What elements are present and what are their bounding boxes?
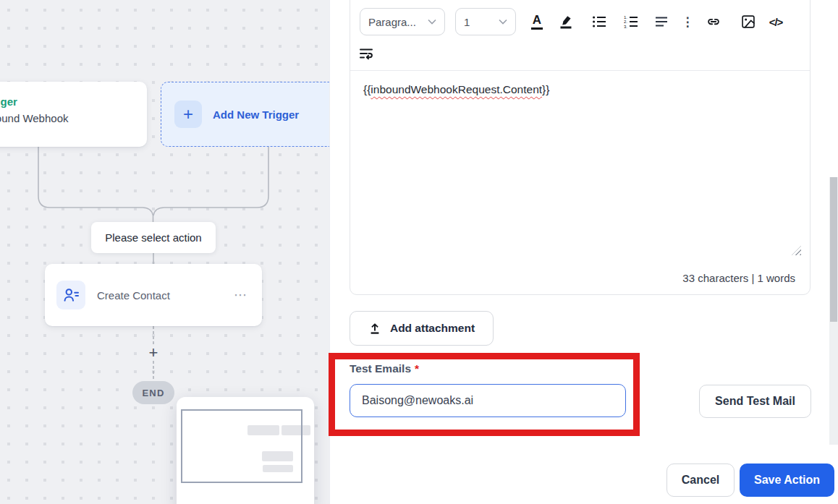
node-more-options-icon[interactable]: ⋯ [231,286,250,304]
text-color-button[interactable]: A [528,11,546,33]
send-test-mail-label: Send Test Mail [715,395,795,408]
paragraph-format-value: Paragra... [368,16,416,28]
text-align-button[interactable] [652,11,671,33]
plus-icon: + [174,101,202,128]
bullet-list-icon [592,14,606,29]
preview-frame [181,409,302,483]
save-action-button[interactable]: Save Action [740,464,834,497]
align-icon [655,15,668,28]
image-icon [741,14,756,29]
paragraph-format-dropdown[interactable]: Paragra... [360,8,445,35]
required-asterisk: * [415,362,419,375]
add-new-trigger-label: Add New Trigger [213,108,299,121]
more-options-icon: ⋮ [682,14,694,30]
link-icon [706,14,721,30]
cancel-label: Cancel [682,474,719,487]
wrap-text-icon [359,46,373,61]
add-attachment-label: Add attachment [390,322,475,335]
svg-text:1.: 1. [624,15,627,20]
body-merge-token: inboundWebhookRequest.Content [371,83,542,95]
test-emails-label: Test Emails* [350,362,419,375]
cancel-button[interactable]: Cancel [666,464,735,497]
font-size-dropdown[interactable]: 1 [455,8,516,35]
svg-text:3.: 3. [624,25,627,29]
create-contact-label: Create Contact [97,289,231,302]
code-icon: </> [769,16,783,28]
highlight-button[interactable] [556,11,575,33]
test-emails-label-text: Test Emails [350,362,411,375]
resize-handle[interactable] [792,246,801,255]
create-contact-node[interactable]: Create Contact ⋯ [45,264,262,326]
toolbar-row-2 [360,43,801,64]
chevron-down-icon [499,19,507,25]
end-node-badge: END [132,381,174,404]
scrollbar-thumb[interactable] [830,177,837,322]
wrap-text-button[interactable] [357,43,376,64]
email-body-editor[interactable]: {{inboundWebhookRequest.Content}} [350,71,810,261]
body-text-prefix: {{ [363,83,371,95]
insert-link-button[interactable] [704,11,723,33]
highlighter-icon [559,14,573,29]
end-badge-label: END [142,388,164,398]
add-action-plus-button[interactable]: + [145,345,161,361]
trigger-node-title: Trigger [0,95,147,108]
trigger-node-inbound-webhook[interactable]: Trigger Inbound Webhook [0,82,147,147]
insert-image-button[interactable] [739,11,758,33]
select-action-text: Please select action [105,231,201,244]
numbered-list-button[interactable]: 1. 2. 3. [622,11,640,33]
email-action-panel: Paragra... 1 A [329,0,838,504]
contact-person-icon [62,286,80,304]
body-text-suffix: }} [542,83,549,95]
font-size-value: 1 [464,16,470,28]
editor-toolbar: Paragra... 1 A [350,0,810,71]
character-word-counter: 33 characters | 1 words [682,272,795,284]
rich-text-editor: Paragra... 1 A [350,0,811,295]
floating-preview-card [177,397,314,504]
more-toolbar-options-button[interactable]: ⋮ [682,11,693,33]
upload-icon [368,322,381,335]
editor-footer: 33 characters | 1 words [350,261,810,295]
bullet-list-button[interactable] [590,11,609,33]
code-view-button[interactable]: </> [765,11,787,33]
add-attachment-button[interactable]: Add attachment [350,311,494,346]
workflow-canvas[interactable]: Trigger Inbound Webhook + Add New Trigge… [0,0,329,504]
select-action-hint: Please select action [91,222,216,253]
svg-text:2.: 2. [624,20,627,24]
chevron-down-icon [428,19,436,25]
trigger-node-subtitle: Inbound Webhook [0,112,147,124]
app-root: Trigger Inbound Webhook + Add New Trigge… [0,0,838,504]
numbered-list-icon: 1. 2. 3. [624,14,638,29]
toolbar-row-1: Paragra... 1 A [360,8,801,35]
save-action-label: Save Action [754,474,820,487]
test-emails-input[interactable] [350,384,626,417]
send-test-mail-button[interactable]: Send Test Mail [699,385,811,418]
contact-icon-tile [56,281,85,309]
text-color-icon: A [531,14,543,30]
add-new-trigger-button[interactable]: + Add New Trigger [161,82,329,147]
